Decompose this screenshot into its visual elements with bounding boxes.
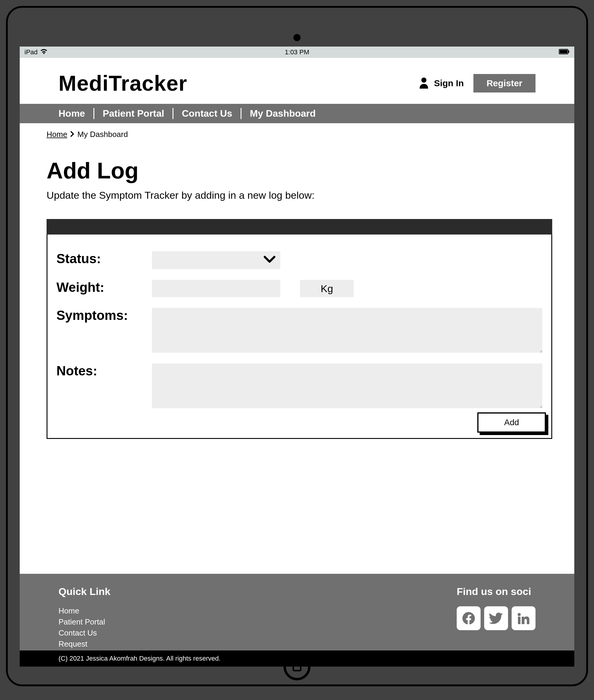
main-content: Add Log Update the Symptom Tracker by ad…	[20, 146, 574, 457]
status-label: Status:	[57, 251, 152, 266]
add-button[interactable]: Add	[477, 412, 546, 433]
svg-rect-1	[560, 50, 567, 54]
linkedin-icon[interactable]	[512, 606, 535, 630]
social-heading: Find us on soci	[457, 586, 535, 597]
page-title: Add Log	[46, 158, 548, 183]
breadcrumb: Home My Dashboard	[20, 123, 574, 146]
footer-link-request[interactable]: Request	[59, 639, 110, 649]
device-label: iPad	[25, 48, 38, 56]
user-icon	[419, 77, 429, 90]
symptoms-textarea[interactable]	[152, 308, 542, 353]
footer: Quick Link Home Patient Portal Contact U…	[20, 574, 574, 651]
clock: 1:03 PM	[285, 48, 309, 56]
battery-icon	[559, 48, 569, 56]
footer-link-home[interactable]: Home	[59, 606, 110, 616]
status-select[interactable]	[152, 251, 280, 269]
nav-patient-portal[interactable]: Patient Portal	[94, 108, 173, 119]
weight-unit: Kg	[300, 280, 354, 297]
breadcrumb-home-link[interactable]: Home	[46, 130, 67, 139]
twitter-icon[interactable]	[484, 606, 508, 630]
register-button[interactable]: Register	[473, 74, 535, 93]
footer-link-patient-portal[interactable]: Patient Portal	[59, 617, 110, 627]
nav-home[interactable]: Home	[59, 108, 94, 119]
quicklinks-heading: Quick Link	[59, 586, 110, 597]
camera-dot	[293, 34, 301, 41]
symptoms-label: Symptoms:	[57, 308, 152, 323]
signin-link[interactable]: Sign In	[419, 77, 464, 90]
wifi-icon	[40, 48, 48, 56]
screen: iPad 1:03 PM MediTracker Sign In	[20, 46, 574, 667]
breadcrumb-current: My Dashboard	[77, 130, 128, 139]
home-button[interactable]	[284, 654, 310, 680]
footer-link-contact-us[interactable]: Contact Us	[59, 628, 110, 638]
weight-label: Weight:	[57, 280, 152, 295]
facebook-icon[interactable]	[457, 606, 481, 630]
chevron-right-icon	[70, 130, 74, 139]
svg-point-3	[421, 78, 426, 83]
status-bar: iPad 1:03 PM	[20, 46, 574, 58]
home-button-icon	[293, 662, 301, 671]
signin-label: Sign In	[434, 78, 464, 88]
app-header: MediTracker Sign In Register	[20, 58, 574, 104]
ipad-frame: iPad 1:03 PM MediTracker Sign In	[6, 6, 588, 686]
svg-rect-2	[568, 50, 569, 53]
main-nav: Home Patient Portal Contact Us My Dashbo…	[20, 104, 574, 123]
nav-contact-us[interactable]: Contact Us	[173, 108, 241, 119]
app-logo: MediTracker	[59, 71, 187, 96]
notes-label: Notes:	[57, 363, 152, 378]
page-subtitle: Update the Symptom Tracker by adding in …	[46, 189, 548, 201]
weight-input[interactable]	[152, 280, 280, 297]
log-form-card: Status: Weight: Kg Symptoms:	[46, 219, 552, 439]
nav-my-dashboard[interactable]: My Dashboard	[241, 108, 324, 119]
card-header-bar	[46, 219, 552, 235]
chevron-down-icon	[264, 256, 275, 265]
notes-textarea[interactable]	[152, 363, 542, 408]
